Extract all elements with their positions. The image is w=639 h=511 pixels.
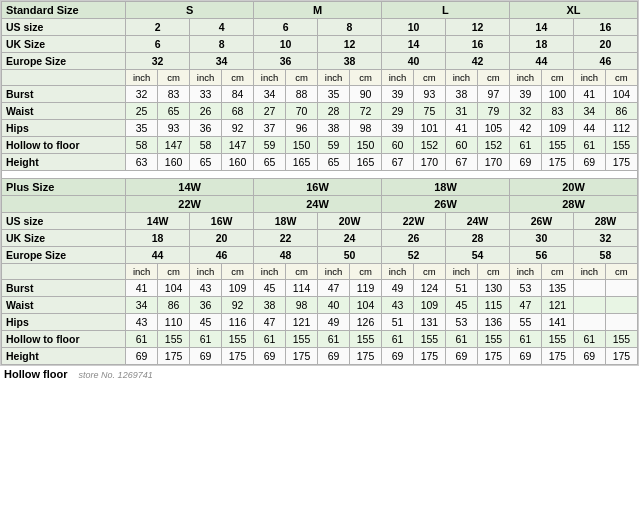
l-size-header: L (382, 2, 510, 19)
plus-eu-size-row: Europe Size 44 46 48 50 52 54 56 58 (2, 247, 638, 264)
xl-size-header: XL (509, 2, 637, 19)
us-s2: 4 (190, 19, 254, 36)
uk-m1: 10 (254, 36, 318, 53)
plus-section-title: Plus Size (2, 179, 126, 196)
waist-label: Waist (2, 103, 126, 120)
plus-waist-row: Waist 3486 3692 3898 40104 43109 45115 4… (2, 297, 638, 314)
standard-hollow-row: Hollow to floor 58147 58147 59150 59150 … (2, 137, 638, 154)
standard-hips-row: Hips 3593 3692 3796 3898 39101 41105 421… (2, 120, 638, 137)
burst-s2-inch: 33 (190, 86, 222, 103)
24w-header: 24W (254, 196, 382, 213)
eu-xl1: 44 (509, 53, 573, 70)
plus-header-row2: 22W 24W 26W 28W (2, 196, 638, 213)
burst-xl2-cm: 104 (605, 86, 637, 103)
burst-l1-inch: 39 (382, 86, 414, 103)
watermark-text: store No. 1269741 (79, 370, 153, 380)
ic-6: cm (285, 70, 317, 86)
plus-hips-row: Hips 43110 45116 47121 49126 51131 53136… (2, 314, 638, 331)
plus-uk-label: UK Size (2, 230, 126, 247)
ic-9: inch (382, 70, 414, 86)
eu-size-label: Europe Size (2, 53, 126, 70)
eu-s2: 34 (190, 53, 254, 70)
uk-l1: 14 (382, 36, 446, 53)
plus-inch-cm-label (2, 264, 126, 280)
ic-7: inch (318, 70, 350, 86)
burst-m2-inch: 35 (318, 86, 350, 103)
hips-label: Hips (2, 120, 126, 137)
spacer-row (2, 171, 638, 179)
plus-height-label: Height (2, 348, 126, 365)
burst-s2-cm: 84 (222, 86, 254, 103)
burst-s1-cm: 83 (158, 86, 190, 103)
burst-xl1-inch: 39 (509, 86, 541, 103)
plus-hollow-row: Hollow to floor 61155 61155 61155 61155 … (2, 331, 638, 348)
20w-header: 20W (509, 179, 637, 196)
ic-15: inch (573, 70, 605, 86)
plus-hips-label: Hips (2, 314, 126, 331)
burst-s1-inch: 32 (126, 86, 158, 103)
18w-header: 18W (382, 179, 510, 196)
standard-waist-row: Waist 2565 2668 2770 2872 2975 3179 3283… (2, 103, 638, 120)
burst-l2-cm: 97 (477, 86, 509, 103)
eu-l2: 42 (445, 53, 509, 70)
plus-us-label: US size (2, 213, 126, 230)
uk-size-label: UK Size (2, 36, 126, 53)
plus-section-title2 (2, 196, 126, 213)
standard-inch-cm-row: inch cm inch cm inch cm inch cm inch cm … (2, 70, 638, 86)
uk-xl1: 18 (509, 36, 573, 53)
burst-m1-cm: 88 (285, 86, 317, 103)
plus-burst-row: Burst 41104 43109 45114 47119 49124 5113… (2, 280, 638, 297)
plus-us-size-row: US size 14W 16W 18W 20W 22W 24W 26W 28W (2, 213, 638, 230)
plus-waist-label: Waist (2, 297, 126, 314)
standard-burst-row: Burst 3283 3384 3488 3590 3993 3897 3910… (2, 86, 638, 103)
standard-header-row: Standard Size S M L XL (2, 2, 638, 19)
ic-4: cm (222, 70, 254, 86)
height-label: Height (2, 154, 126, 171)
us-s1: 2 (126, 19, 190, 36)
16w-header: 16W (254, 179, 382, 196)
ic-10: cm (413, 70, 445, 86)
eu-size-row: Europe Size 32 34 36 38 40 42 44 46 (2, 53, 638, 70)
22w-header: 22W (126, 196, 254, 213)
burst-l1-cm: 93 (413, 86, 445, 103)
uk-xl2: 20 (573, 36, 637, 53)
standard-size-table: Standard Size S M L XL US size 2 4 6 8 1… (1, 1, 638, 365)
eu-m1: 36 (254, 53, 318, 70)
burst-xl2-inch: 41 (573, 86, 605, 103)
plus-header-row: Plus Size 14W 16W 18W 20W (2, 179, 638, 196)
us-m1: 6 (254, 19, 318, 36)
burst-m1-inch: 34 (254, 86, 286, 103)
standard-height-row: Height 63160 65160 65165 65165 67170 671… (2, 154, 638, 171)
us-size-label: US size (2, 19, 126, 36)
footer: Hollow floor store No. 1269741 (0, 366, 639, 396)
plus-inch-cm-row: inchcm inchcm inchcm inchcm inchcm inchc… (2, 264, 638, 280)
ic-16: cm (605, 70, 637, 86)
hollow-floor-text: Hollow floor (4, 368, 68, 380)
14w-header: 14W (126, 179, 254, 196)
ic-12: cm (477, 70, 509, 86)
eu-s1: 32 (126, 53, 190, 70)
uk-m2: 12 (318, 36, 382, 53)
plus-burst-label: Burst (2, 280, 126, 297)
eu-m2: 38 (318, 53, 382, 70)
us-l2: 12 (445, 19, 509, 36)
burst-l2-inch: 38 (445, 86, 477, 103)
hollow-label: Hollow to floor (2, 137, 126, 154)
ic-8: cm (349, 70, 381, 86)
uk-s2: 8 (190, 36, 254, 53)
plus-height-row: Height 69175 69175 69175 69175 69175 691… (2, 348, 638, 365)
size-chart: Standard Size S M L XL US size 2 4 6 8 1… (0, 0, 639, 366)
ic-14: cm (541, 70, 573, 86)
inch-cm-label (2, 70, 126, 86)
plus-hollow-label: Hollow to floor (2, 331, 126, 348)
us-size-row: US size 2 4 6 8 10 12 14 16 (2, 19, 638, 36)
s-size-header: S (126, 2, 254, 19)
plus-uk-size-row: UK Size 18 20 22 24 26 28 30 32 (2, 230, 638, 247)
uk-size-row: UK Size 6 8 10 12 14 16 18 20 (2, 36, 638, 53)
ic-11: inch (445, 70, 477, 86)
ic-5: inch (254, 70, 286, 86)
eu-xl2: 46 (573, 53, 637, 70)
28w-header: 28W (509, 196, 637, 213)
ic-1: inch (126, 70, 158, 86)
us-m2: 8 (318, 19, 382, 36)
